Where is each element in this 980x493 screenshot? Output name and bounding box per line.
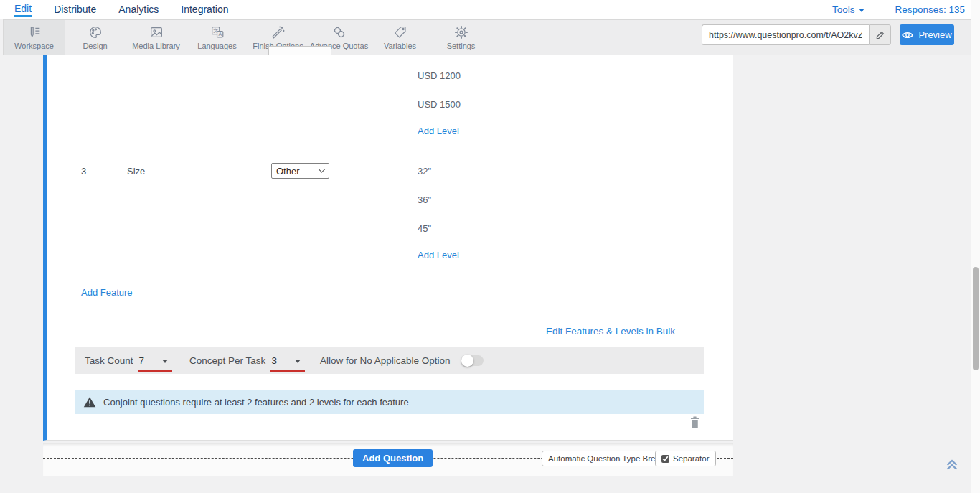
add-level-link[interactable]: Add Level [418,250,459,260]
level-item[interactable]: USD 1200 [418,70,461,81]
toolbar-item-label: Media Library [132,42,180,50]
feature-index: 3 [81,166,86,177]
warning-text: Conjoint questions require at least 2 fe… [103,397,409,408]
preview-label: Preview [918,29,951,40]
eye-icon [902,31,913,39]
main-nav: Edit Distribute Analytics Integration [14,0,228,19]
toolbar-item-label: Languages [197,42,236,50]
design-icon [88,24,103,40]
survey-url-input[interactable] [702,24,869,45]
questionpro-survey-editor: Edit Distribute Analytics Integration To… [0,0,980,493]
chevron-down-icon [319,165,326,172]
task-count-dropdown[interactable]: 7 [139,355,169,366]
toolbar-item-variables[interactable]: Variables [369,20,430,55]
toolbar-item-label: Settings [447,42,476,50]
na-option-label: Allow for No Applicable Option [320,355,451,366]
nav-tab-distribute[interactable]: Distribute [54,4,96,16]
toolbar-item-settings[interactable]: Settings [430,20,491,55]
page-scrollbar[interactable] [971,0,980,493]
question-editor-card: USD 1200 USD 1500 Add Level 3 Size Other… [43,55,733,441]
add-level-link[interactable]: Add Level [418,126,459,136]
tools-label: Tools [832,4,855,15]
survey-url-group [702,24,891,45]
svg-text:A: A [218,32,222,37]
delete-question-button[interactable] [689,415,701,432]
responses-count[interactable]: Responses: 135 [895,4,965,15]
nav-tab-edit[interactable]: Edit [14,3,32,17]
scroll-to-top-button[interactable] [944,456,961,474]
toolbar-item-languages[interactable]: 文 A Languages [187,20,248,55]
advance-quotas-icon [331,24,347,40]
warning-icon [83,396,96,408]
conjoint-warning-banner: Conjoint questions require at least 2 fe… [75,390,704,414]
nav-tab-analytics[interactable]: Analytics [118,4,159,16]
media-library-icon [149,24,164,40]
feature-type-select[interactable]: Other [271,163,329,179]
level-item[interactable]: 36" [418,194,431,205]
finish-options-popover-edge [268,46,331,55]
level-item[interactable]: 45" [418,223,431,234]
toolbar-item-media-library[interactable]: Media Library [126,20,187,55]
toolbar-item-label: Variables [384,42,416,50]
level-item[interactable]: USD 1500 [418,99,461,110]
chevron-down-icon [859,9,864,12]
separator-label: Separator [673,454,710,463]
separator-checkbox[interactable] [661,455,669,463]
concept-per-task-dropdown[interactable]: 3 [271,355,301,366]
top-header: Edit Distribute Analytics Integration To… [0,0,980,19]
nav-tab-integration[interactable]: Integration [181,4,228,16]
na-option-toggle[interactable] [462,355,484,366]
feature-name[interactable]: Size [127,166,145,177]
chevron-down-icon [295,360,301,363]
chevron-down-icon [162,360,168,363]
variables-icon [392,24,408,40]
task-count-label: Task Count [85,355,133,366]
conjoint-settings-bar: Task Count 7 Concept Per Task 3 Allow fo… [75,347,704,374]
add-feature-link[interactable]: Add Feature [81,287,133,298]
concept-per-task-value: 3 [271,355,277,366]
edit-url-button[interactable] [869,24,891,45]
feature-type-selected: Other [276,166,300,177]
toolbar-item-workspace[interactable]: Workspace [4,20,65,55]
toggle-knob [461,355,473,367]
pencil-icon [875,30,885,40]
toolbar-item-label: Workspace [14,42,54,50]
concept-per-task-label: Concept Per Task [189,355,265,366]
workspace-icon [27,24,42,40]
level-item[interactable]: 32" [418,166,431,177]
double-chevron-up-icon [944,456,960,472]
bulk-edit-link[interactable]: Edit Features & Levels in Bulk [546,326,675,337]
separator-option[interactable]: Separator [655,451,716,466]
scrollbar-thumb[interactable] [973,267,979,370]
task-count-value: 7 [139,355,145,366]
auto-break-label: Automatic Question Type Break [548,454,664,463]
preview-button[interactable]: Preview [900,24,954,45]
add-question-bar: Add Question Automatic Question Type Bre… [43,443,733,476]
languages-icon: 文 A [209,24,225,40]
toolbar-item-design[interactable]: Design [65,20,126,55]
trash-icon [689,415,701,429]
header-right: Tools Responses: 135 [832,0,965,19]
finish-options-icon [270,24,286,40]
add-question-button[interactable]: Add Question [353,449,433,467]
tools-menu[interactable]: Tools [832,4,865,15]
toolbar-item-label: Design [83,42,107,50]
settings-icon [453,24,469,40]
auto-question-type-break[interactable]: Automatic Question Type Break [542,451,671,466]
